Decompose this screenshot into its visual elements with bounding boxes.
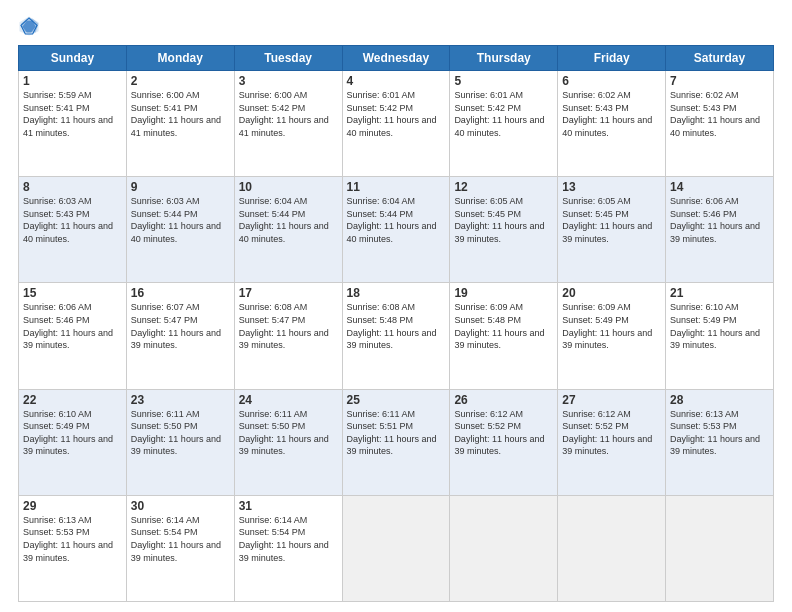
day-info: Sunrise: 6:06 AMSunset: 5:46 PMDaylight:… <box>23 301 122 351</box>
calendar-cell <box>666 495 774 601</box>
calendar-cell: 6Sunrise: 6:02 AMSunset: 5:43 PMDaylight… <box>558 71 666 177</box>
day-number: 19 <box>454 286 553 300</box>
day-number: 9 <box>131 180 230 194</box>
col-thursday: Thursday <box>450 46 558 71</box>
day-info: Sunrise: 6:02 AMSunset: 5:43 PMDaylight:… <box>562 89 661 139</box>
page: Sunday Monday Tuesday Wednesday Thursday… <box>0 0 792 612</box>
calendar-week-2: 8Sunrise: 6:03 AMSunset: 5:43 PMDaylight… <box>19 177 774 283</box>
calendar-cell: 28Sunrise: 6:13 AMSunset: 5:53 PMDayligh… <box>666 389 774 495</box>
calendar-header-row: Sunday Monday Tuesday Wednesday Thursday… <box>19 46 774 71</box>
day-number: 5 <box>454 74 553 88</box>
day-number: 18 <box>347 286 446 300</box>
calendar-week-1: 1Sunrise: 5:59 AMSunset: 5:41 PMDaylight… <box>19 71 774 177</box>
day-info: Sunrise: 6:11 AMSunset: 5:50 PMDaylight:… <box>239 408 338 458</box>
day-info: Sunrise: 6:06 AMSunset: 5:46 PMDaylight:… <box>670 195 769 245</box>
calendar-cell: 21Sunrise: 6:10 AMSunset: 5:49 PMDayligh… <box>666 283 774 389</box>
col-sunday: Sunday <box>19 46 127 71</box>
day-info: Sunrise: 6:01 AMSunset: 5:42 PMDaylight:… <box>454 89 553 139</box>
day-number: 3 <box>239 74 338 88</box>
calendar-cell: 14Sunrise: 6:06 AMSunset: 5:46 PMDayligh… <box>666 177 774 283</box>
day-info: Sunrise: 6:03 AMSunset: 5:43 PMDaylight:… <box>23 195 122 245</box>
day-info: Sunrise: 6:04 AMSunset: 5:44 PMDaylight:… <box>239 195 338 245</box>
day-number: 10 <box>239 180 338 194</box>
day-number: 11 <box>347 180 446 194</box>
col-monday: Monday <box>126 46 234 71</box>
calendar-cell: 25Sunrise: 6:11 AMSunset: 5:51 PMDayligh… <box>342 389 450 495</box>
col-wednesday: Wednesday <box>342 46 450 71</box>
day-info: Sunrise: 6:09 AMSunset: 5:49 PMDaylight:… <box>562 301 661 351</box>
day-number: 6 <box>562 74 661 88</box>
calendar-week-4: 22Sunrise: 6:10 AMSunset: 5:49 PMDayligh… <box>19 389 774 495</box>
calendar-week-5: 29Sunrise: 6:13 AMSunset: 5:53 PMDayligh… <box>19 495 774 601</box>
calendar-cell: 22Sunrise: 6:10 AMSunset: 5:49 PMDayligh… <box>19 389 127 495</box>
calendar-cell: 10Sunrise: 6:04 AMSunset: 5:44 PMDayligh… <box>234 177 342 283</box>
day-info: Sunrise: 6:00 AMSunset: 5:42 PMDaylight:… <box>239 89 338 139</box>
calendar-cell: 31Sunrise: 6:14 AMSunset: 5:54 PMDayligh… <box>234 495 342 601</box>
calendar-cell: 13Sunrise: 6:05 AMSunset: 5:45 PMDayligh… <box>558 177 666 283</box>
day-number: 21 <box>670 286 769 300</box>
logo-icon <box>18 15 40 37</box>
day-number: 31 <box>239 499 338 513</box>
calendar-cell: 19Sunrise: 6:09 AMSunset: 5:48 PMDayligh… <box>450 283 558 389</box>
day-number: 23 <box>131 393 230 407</box>
day-info: Sunrise: 6:01 AMSunset: 5:42 PMDaylight:… <box>347 89 446 139</box>
calendar-cell: 3Sunrise: 6:00 AMSunset: 5:42 PMDaylight… <box>234 71 342 177</box>
day-info: Sunrise: 6:07 AMSunset: 5:47 PMDaylight:… <box>131 301 230 351</box>
calendar-cell: 2Sunrise: 6:00 AMSunset: 5:41 PMDaylight… <box>126 71 234 177</box>
calendar-body: 1Sunrise: 5:59 AMSunset: 5:41 PMDaylight… <box>19 71 774 602</box>
calendar-cell: 8Sunrise: 6:03 AMSunset: 5:43 PMDaylight… <box>19 177 127 283</box>
calendar-cell: 24Sunrise: 6:11 AMSunset: 5:50 PMDayligh… <box>234 389 342 495</box>
day-info: Sunrise: 6:12 AMSunset: 5:52 PMDaylight:… <box>562 408 661 458</box>
calendar-cell: 23Sunrise: 6:11 AMSunset: 5:50 PMDayligh… <box>126 389 234 495</box>
day-number: 14 <box>670 180 769 194</box>
day-info: Sunrise: 6:14 AMSunset: 5:54 PMDaylight:… <box>239 514 338 564</box>
day-info: Sunrise: 6:10 AMSunset: 5:49 PMDaylight:… <box>23 408 122 458</box>
day-number: 25 <box>347 393 446 407</box>
calendar-cell: 29Sunrise: 6:13 AMSunset: 5:53 PMDayligh… <box>19 495 127 601</box>
day-info: Sunrise: 6:10 AMSunset: 5:49 PMDaylight:… <box>670 301 769 351</box>
day-info: Sunrise: 6:14 AMSunset: 5:54 PMDaylight:… <box>131 514 230 564</box>
calendar-cell: 7Sunrise: 6:02 AMSunset: 5:43 PMDaylight… <box>666 71 774 177</box>
calendar-week-3: 15Sunrise: 6:06 AMSunset: 5:46 PMDayligh… <box>19 283 774 389</box>
calendar-cell: 20Sunrise: 6:09 AMSunset: 5:49 PMDayligh… <box>558 283 666 389</box>
calendar-cell: 26Sunrise: 6:12 AMSunset: 5:52 PMDayligh… <box>450 389 558 495</box>
calendar-cell: 16Sunrise: 6:07 AMSunset: 5:47 PMDayligh… <box>126 283 234 389</box>
calendar-cell: 12Sunrise: 6:05 AMSunset: 5:45 PMDayligh… <box>450 177 558 283</box>
calendar-cell: 30Sunrise: 6:14 AMSunset: 5:54 PMDayligh… <box>126 495 234 601</box>
day-number: 4 <box>347 74 446 88</box>
col-tuesday: Tuesday <box>234 46 342 71</box>
day-info: Sunrise: 6:08 AMSunset: 5:48 PMDaylight:… <box>347 301 446 351</box>
calendar-cell: 27Sunrise: 6:12 AMSunset: 5:52 PMDayligh… <box>558 389 666 495</box>
calendar-cell: 9Sunrise: 6:03 AMSunset: 5:44 PMDaylight… <box>126 177 234 283</box>
day-number: 24 <box>239 393 338 407</box>
day-number: 22 <box>23 393 122 407</box>
day-number: 8 <box>23 180 122 194</box>
calendar-cell <box>558 495 666 601</box>
day-info: Sunrise: 6:03 AMSunset: 5:44 PMDaylight:… <box>131 195 230 245</box>
day-info: Sunrise: 6:13 AMSunset: 5:53 PMDaylight:… <box>23 514 122 564</box>
day-number: 16 <box>131 286 230 300</box>
calendar-table: Sunday Monday Tuesday Wednesday Thursday… <box>18 45 774 602</box>
col-saturday: Saturday <box>666 46 774 71</box>
day-number: 20 <box>562 286 661 300</box>
logo <box>18 15 42 37</box>
day-info: Sunrise: 6:00 AMSunset: 5:41 PMDaylight:… <box>131 89 230 139</box>
day-number: 28 <box>670 393 769 407</box>
day-number: 15 <box>23 286 122 300</box>
day-info: Sunrise: 6:02 AMSunset: 5:43 PMDaylight:… <box>670 89 769 139</box>
day-info: Sunrise: 5:59 AMSunset: 5:41 PMDaylight:… <box>23 89 122 139</box>
day-number: 13 <box>562 180 661 194</box>
day-number: 29 <box>23 499 122 513</box>
col-friday: Friday <box>558 46 666 71</box>
calendar-cell: 1Sunrise: 5:59 AMSunset: 5:41 PMDaylight… <box>19 71 127 177</box>
day-info: Sunrise: 6:13 AMSunset: 5:53 PMDaylight:… <box>670 408 769 458</box>
day-info: Sunrise: 6:04 AMSunset: 5:44 PMDaylight:… <box>347 195 446 245</box>
day-number: 12 <box>454 180 553 194</box>
calendar-cell: 17Sunrise: 6:08 AMSunset: 5:47 PMDayligh… <box>234 283 342 389</box>
header <box>18 15 774 37</box>
day-number: 26 <box>454 393 553 407</box>
day-number: 2 <box>131 74 230 88</box>
calendar-cell: 11Sunrise: 6:04 AMSunset: 5:44 PMDayligh… <box>342 177 450 283</box>
calendar-cell <box>342 495 450 601</box>
calendar-cell: 5Sunrise: 6:01 AMSunset: 5:42 PMDaylight… <box>450 71 558 177</box>
